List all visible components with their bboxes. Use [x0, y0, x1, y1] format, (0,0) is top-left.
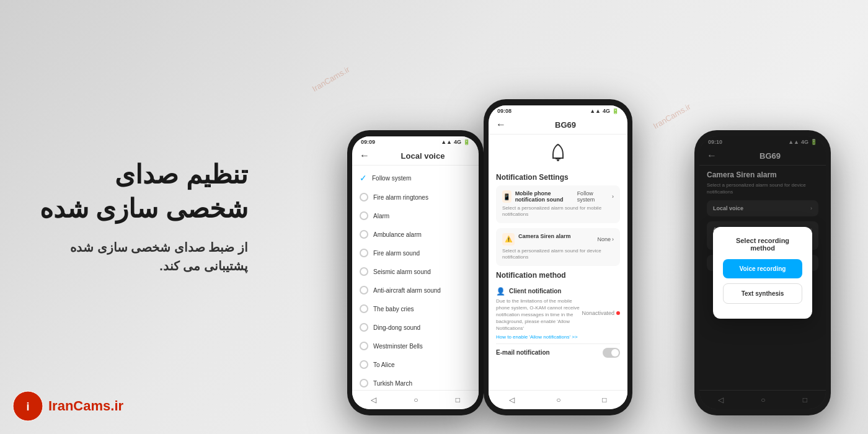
radio-circle — [360, 379, 368, 388]
header-title-middle: BG69 — [511, 120, 620, 130]
nav-home[interactable]: ○ — [409, 393, 423, 407]
status-icons-middle: ▲▲ 4G 🔋 — [590, 108, 619, 114]
left-text-area: تنظیم صدای شخصی سازی شده از ضبط صدای شخص… — [37, 158, 248, 275]
check-icon: ✓ — [360, 173, 367, 183]
list-item[interactable]: The baby cries — [352, 299, 479, 318]
bell-icon-wrap — [496, 135, 620, 168]
logo-text: IranCams.ir — [48, 398, 123, 414]
email-toggle[interactable] — [603, 348, 620, 358]
camera-value: None › — [597, 236, 614, 242]
radio-circle — [360, 286, 368, 294]
radio-circle — [360, 304, 368, 313]
email-label: E-mail notification — [496, 349, 550, 356]
mobile-value: Follow system › — [577, 190, 614, 203]
status-bar-middle: 09:08 ▲▲ 4G 🔋 — [489, 105, 627, 115]
voice-recording-button[interactable]: Voice recording — [723, 259, 802, 278]
radio-circle — [360, 342, 368, 350]
list-item[interactable]: Alarm — [352, 206, 479, 225]
camera-icon: ⚠️ — [502, 233, 515, 246]
notification-settings-title: Notification Settings — [496, 173, 620, 182]
logo: i IranCams.ir — [12, 391, 123, 422]
nav-recent[interactable]: □ — [451, 393, 465, 407]
list-item[interactable]: Fire alarm sound — [352, 244, 479, 262]
mid-content: Notification Settings 📱 Mobile phone not… — [489, 135, 627, 407]
camera-notif-row[interactable]: ⚠️ Camera Siren alarm None › Select a pe… — [496, 228, 620, 266]
phone-middle: 09:08 ▲▲ 4G 🔋 ← BG69 — [484, 99, 632, 415]
sub-title: از ضبط صدای شخصی سازی شدهپشتیبانی می کند… — [37, 239, 248, 276]
status-icons-left: ▲▲ 4G 🔋 — [441, 139, 470, 145]
logo-icon: i — [12, 391, 43, 422]
client-notif-item: 👤 Client notification Due to the limitat… — [496, 283, 620, 344]
radio-circle — [360, 267, 368, 276]
svg-rect-3 — [557, 159, 559, 161]
back-arrow-left[interactable]: ← — [360, 150, 370, 161]
back-arrow-middle[interactable]: ← — [496, 119, 506, 130]
header-title-left: Local voice — [374, 151, 471, 161]
list-item[interactable]: Anti-aircraft alarm sound — [352, 281, 479, 299]
main-title: تنظیم صدای شخصی سازی شده — [37, 158, 248, 226]
phone-left-screen: 09:09 ▲▲ 4G 🔋 ← Local voice ✓ Follow sys… — [352, 136, 479, 409]
phones-container: 09:09 ▲▲ 4G 🔋 ← Local voice ✓ Follow sys… — [347, 19, 831, 415]
app-header-left: ← Local voice — [352, 146, 479, 166]
dialog-overlay: Select recording method Voice recording … — [699, 136, 826, 409]
nav-recent-mid[interactable]: □ — [597, 393, 611, 407]
list-item[interactable]: Westminster Bells — [352, 337, 479, 355]
list-item[interactable]: ✓ Follow system — [352, 168, 479, 188]
list-item[interactable]: Ding-dong sound — [352, 318, 479, 337]
phone-right: 09:10 ▲▲ 4G 🔋 ← BG69 Camera Siren alarm … — [694, 130, 831, 415]
dialog-title: Select recording method — [723, 237, 802, 252]
client-status: Nonactivated — [582, 310, 620, 316]
bell-icon — [547, 142, 569, 164]
voice-list: ✓ Follow system Fire alarm ringtones Ala… — [352, 166, 479, 401]
nav-back-mid[interactable]: ◁ — [504, 393, 520, 407]
email-toggle-wrap: E-mail notification — [496, 344, 620, 361]
app-header-middle: ← BG69 — [489, 115, 627, 135]
text-synthesis-button[interactable]: Text synthesis — [723, 283, 802, 304]
mobile-icon: 📱 — [502, 190, 512, 203]
list-item[interactable]: Fire alarm ringtones — [352, 188, 479, 206]
list-item[interactable]: To Alice — [352, 355, 479, 374]
phone-right-screen: 09:10 ▲▲ 4G 🔋 ← BG69 Camera Siren alarm … — [699, 136, 826, 409]
phone-middle-screen: 09:08 ▲▲ 4G 🔋 ← BG69 — [489, 105, 627, 409]
method-section: Notification method 👤 Client notificatio… — [496, 271, 620, 361]
status-bar-left: 09:09 ▲▲ 4G 🔋 — [352, 136, 479, 146]
nav-home-mid[interactable]: ○ — [551, 393, 565, 407]
nav-back[interactable]: ◁ — [366, 393, 381, 407]
list-item[interactable]: Ambulance alarm — [352, 225, 479, 244]
radio-circle — [360, 193, 368, 202]
user-icon: 👤 — [496, 287, 505, 296]
select-recording-dialog: Select recording method Voice recording … — [713, 227, 812, 319]
svg-text:i: i — [26, 401, 29, 413]
phone-left: 09:09 ▲▲ 4G 🔋 ← Local voice ✓ Follow sys… — [347, 130, 484, 415]
mobile-notif-row[interactable]: 📱 Mobile phone notification sound Follow… — [496, 185, 620, 223]
radio-circle — [360, 323, 368, 332]
dot-red — [616, 311, 620, 315]
radio-circle — [360, 249, 368, 257]
radio-circle — [360, 230, 368, 239]
method-section-title: Notification method — [496, 271, 620, 280]
nav-bar-middle: ◁ ○ □ — [489, 390, 627, 409]
list-item[interactable]: Seismic alarm sound — [352, 262, 479, 281]
radio-circle — [360, 360, 368, 369]
radio-circle — [360, 211, 368, 220]
nav-bar-left: ◁ ○ □ — [352, 390, 479, 409]
